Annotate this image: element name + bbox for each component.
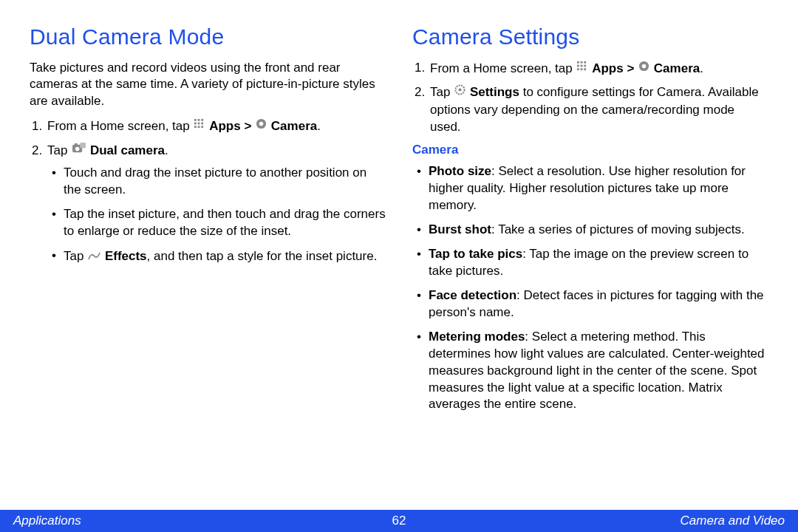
camera-icon	[256, 117, 267, 134]
apps-icon	[576, 60, 587, 77]
camera-label: Camera	[271, 119, 317, 133]
desc: : Take a series of pictures of moving su…	[491, 222, 745, 236]
dual-camera-icon	[72, 142, 86, 159]
apps-label: Apps	[592, 61, 624, 75]
text: From a Home screen, tap	[430, 61, 576, 75]
text: .	[165, 143, 168, 157]
camera-label: Camera	[654, 61, 700, 75]
step-1: From a Home screen, tap Apps > Camera.	[429, 60, 768, 78]
list-item: Tap to take pics: Tap the image on the p…	[429, 246, 768, 280]
step-1: From a Home screen, tap Apps > Camera.	[46, 117, 386, 136]
camera-subheading: Camera	[412, 142, 768, 159]
text: From a Home screen, tap	[47, 119, 193, 133]
text: Tap	[64, 249, 87, 263]
left-column: Dual Camera Mode Take pictures and recor…	[30, 22, 386, 502]
dual-camera-label: Dual camera	[90, 143, 165, 157]
term: Face detection	[429, 288, 516, 302]
text: .	[317, 119, 321, 133]
effects-icon	[88, 248, 100, 265]
camera-settings-steps: From a Home screen, tap Apps > Camera. T…	[412, 60, 768, 137]
text: Tap	[430, 85, 454, 99]
term: Burst shot	[429, 222, 491, 236]
page-body: Dual Camera Mode Take pictures and recor…	[0, 0, 798, 502]
right-column: Camera Settings From a Home screen, tap …	[412, 22, 768, 502]
list-item: Metering modes: Select a metering method…	[429, 329, 768, 414]
apps-label: Apps	[209, 119, 241, 133]
heading-dual-camera: Dual Camera Mode	[30, 22, 386, 52]
dual-camera-steps: From a Home screen, tap Apps > Camera. T…	[30, 117, 386, 266]
term: Tap to take pics	[429, 247, 522, 261]
step-2: Tap Dual camera. Touch and drag the inse…	[46, 142, 386, 266]
dual-camera-bullets: Touch and drag the inset picture to anot…	[47, 165, 386, 266]
separator: >	[244, 119, 251, 133]
separator: >	[627, 61, 634, 75]
text: , and then tap a style for the inset pic…	[147, 249, 378, 263]
step-2: Tap Settings to configure settings for C…	[429, 83, 768, 136]
dual-camera-intro: Take pictures and record videos using th…	[30, 60, 386, 111]
heading-camera-settings: Camera Settings	[412, 22, 768, 52]
gear-icon	[454, 83, 466, 100]
settings-label: Settings	[470, 85, 519, 99]
list-item: Touch and drag the inset picture to anot…	[64, 165, 386, 199]
effects-label: Effects	[105, 249, 147, 263]
term: Metering modes	[429, 330, 525, 344]
list-item: Photo size: Select a resolution. Use hig…	[429, 163, 768, 214]
term: Photo size	[429, 164, 491, 178]
footer-left: Applications	[13, 513, 81, 530]
text: Tap	[47, 143, 71, 157]
list-item: Tap the inset picture, and then touch an…	[64, 206, 386, 240]
apps-icon	[194, 117, 205, 134]
page-number: 62	[392, 513, 406, 530]
list-item: Tap Effects, and then tap a style for th…	[64, 248, 386, 266]
footer-right: Camera and Video	[681, 513, 785, 530]
page-footer: Applications 62 Camera and Video	[0, 510, 798, 532]
text: .	[700, 61, 703, 75]
camera-options-list: Photo size: Select a resolution. Use hig…	[412, 163, 768, 413]
camera-icon	[638, 60, 649, 77]
list-item: Burst shot: Take a series of pictures of…	[429, 222, 768, 239]
list-item: Face detection: Detect faces in pictures…	[429, 287, 768, 321]
